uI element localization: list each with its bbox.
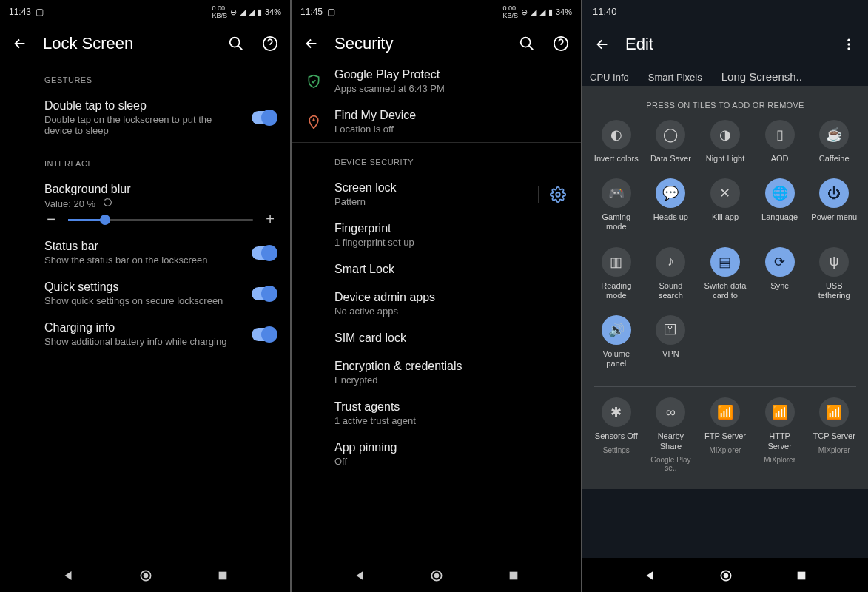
row-title: Encryption & credentials: [334, 360, 568, 373]
row-title: Double tap to sleep: [44, 99, 241, 112]
row-play-protect[interactable]: Google Play Protect Apps scanned at 6:43…: [292, 61, 581, 101]
tile-sound-search[interactable]: ♪Sound search: [647, 247, 695, 300]
tile-label: FTP Server: [704, 431, 746, 441]
nav-home-icon[interactable]: [719, 568, 733, 583]
tile-vpn[interactable]: ⚿VPN: [647, 315, 695, 369]
nav-back-icon[interactable]: [353, 569, 366, 582]
tile-label: Gaming mode: [593, 212, 640, 232]
nav-back-icon[interactable]: [61, 569, 75, 582]
row-title: Smart Lock: [334, 263, 568, 276]
tile-caffeine[interactable]: ☕Caffeine: [810, 120, 858, 164]
tile-http-server[interactable]: 📶HTTP ServerMiXplorer: [756, 397, 804, 472]
tile-power-menu[interactable]: ⏻Power menu: [810, 178, 858, 232]
tile-night-light[interactable]: ◑Night Light: [702, 120, 749, 164]
help-icon[interactable]: [262, 36, 278, 52]
row-double-tap-sleep[interactable]: Double tap to sleep Double tap on the lo…: [0, 92, 290, 144]
svg-point-8: [556, 192, 560, 197]
toggle-quick-settings[interactable]: [252, 287, 277, 300]
nav-home-icon[interactable]: [138, 568, 153, 583]
invert-colors-icon: ◐: [602, 120, 631, 149]
row-sim-card-lock[interactable]: SIM card lock: [292, 324, 581, 352]
back-icon[interactable]: [594, 36, 610, 53]
slider-track[interactable]: [68, 219, 253, 221]
speed-icon: 0.00KB/S: [502, 4, 518, 19]
phone-qs-edit: 11:40 Edit CPU Info Smart Pixels Long Sc…: [582, 0, 868, 592]
tile-tcp-server[interactable]: 📶TCP ServerMiXplorer: [810, 397, 858, 472]
row-find-my-device[interactable]: Find My Device Location is off: [292, 101, 581, 142]
tile-volume-panel[interactable]: 🔊Volume panel: [593, 315, 640, 369]
gaming-mode-icon: 🎮: [602, 178, 631, 208]
battery-percent: 34%: [556, 7, 572, 16]
row-subtitle: Value: 20 %: [44, 198, 277, 209]
row-charging-info[interactable]: Charging info Show additional battery in…: [0, 314, 290, 354]
help-icon[interactable]: [553, 36, 569, 52]
tile-sync[interactable]: ⟳Sync: [756, 247, 804, 300]
tile-reading-mode[interactable]: ▥Reading mode: [593, 247, 640, 300]
tab-long-screenshot[interactable]: Long Screensh..: [721, 70, 802, 83]
nav-home-icon[interactable]: [429, 568, 444, 583]
tile-language[interactable]: 🌐Language: [756, 178, 804, 232]
row-screen-lock[interactable]: Screen lock Pattern: [292, 174, 581, 215]
plus-icon[interactable]: +: [263, 211, 277, 228]
battery-percent: 34%: [265, 7, 281, 16]
qs-tile-area: PRESS ON TILES TO ADD OR REMOVE ◐Invert …: [582, 86, 868, 489]
nav-bar: [582, 558, 868, 592]
tile-label: Invert colors: [594, 154, 639, 164]
tab-smart-pixels[interactable]: Smart Pixels: [648, 72, 702, 83]
svg-point-10: [435, 574, 439, 578]
row-subtitle: Pattern: [334, 196, 522, 207]
gear-icon[interactable]: [538, 186, 568, 203]
tile-ftp-server[interactable]: 📶FTP ServerMiXplorer: [702, 397, 749, 472]
tile-usb-tethering[interactable]: ψUSB tethering: [810, 247, 858, 300]
tile-data-saver[interactable]: ◯Data Saver: [647, 120, 695, 164]
row-status-bar[interactable]: Status bar Show the status bar on the lo…: [0, 232, 290, 273]
nav-recent-icon[interactable]: [217, 570, 229, 582]
row-quick-settings[interactable]: Quick settings Show quick settings on se…: [0, 273, 290, 314]
nav-recent-icon[interactable]: [508, 570, 519, 582]
tile-heads-up[interactable]: 💬Heads up: [647, 178, 695, 232]
tile-kill-app[interactable]: ✕Kill app: [702, 178, 749, 232]
nav-back-icon[interactable]: [643, 569, 656, 582]
tile-label: Sound search: [647, 281, 695, 300]
tile-aod[interactable]: ▯AOD: [756, 120, 804, 164]
tile-nearby-share[interactable]: ∞Nearby ShareGoogle Play se..: [647, 397, 695, 472]
slider-background-blur[interactable]: − +: [0, 211, 290, 232]
app-bar: Lock Screen: [0, 24, 290, 61]
aod-icon: ▯: [765, 120, 795, 149]
back-icon[interactable]: [303, 36, 320, 52]
row-app-pinning[interactable]: App pinning Off: [292, 434, 581, 474]
search-icon[interactable]: [519, 36, 535, 52]
page-title: Security: [334, 34, 504, 53]
tab-cpu-info[interactable]: CPU Info: [590, 72, 629, 83]
minus-icon[interactable]: −: [44, 211, 58, 228]
tile-label: Reading mode: [593, 281, 640, 300]
http-server-icon: 📶: [765, 397, 795, 427]
row-background-blur[interactable]: Background blur Value: 20 %: [0, 175, 290, 211]
tile-invert-colors[interactable]: ◐Invert colors: [593, 120, 640, 164]
tile-sensors-off[interactable]: ✱Sensors OffSettings: [593, 397, 640, 472]
row-encryption[interactable]: Encryption & credentials Encrypted: [292, 352, 581, 393]
row-trust-agents[interactable]: Trust agents 1 active trust agent: [292, 393, 581, 434]
overflow-menu-icon[interactable]: [841, 37, 856, 52]
toggle-status-bar[interactable]: [252, 246, 277, 260]
toggle-charging-info[interactable]: [252, 328, 277, 341]
toggle-double-tap[interactable]: [252, 111, 277, 124]
kill-app-icon: ✕: [710, 178, 740, 208]
tile-switch-data[interactable]: ▤Switch data card to: [702, 247, 749, 300]
nav-recent-icon[interactable]: [795, 570, 807, 582]
search-icon[interactable]: [228, 36, 244, 52]
tile-label: Data Saver: [650, 154, 691, 164]
reset-icon[interactable]: [103, 198, 112, 207]
row-device-admin-apps[interactable]: Device admin apps No active apps: [292, 283, 581, 324]
row-title: Find My Device: [334, 109, 568, 122]
back-icon[interactable]: [12, 36, 28, 52]
row-smart-lock[interactable]: Smart Lock: [292, 255, 581, 283]
slider-thumb[interactable]: [100, 215, 110, 225]
row-fingerprint[interactable]: Fingerprint 1 fingerprint set up: [292, 215, 581, 255]
reading-mode-icon: ▥: [602, 247, 631, 277]
tile-gaming-mode[interactable]: 🎮Gaming mode: [593, 178, 640, 232]
row-title: Quick settings: [44, 280, 241, 294]
row-title: Trust agents: [334, 400, 568, 414]
nearby-share-icon: ∞: [656, 397, 685, 427]
row-subtitle: Encrypted: [334, 374, 568, 386]
